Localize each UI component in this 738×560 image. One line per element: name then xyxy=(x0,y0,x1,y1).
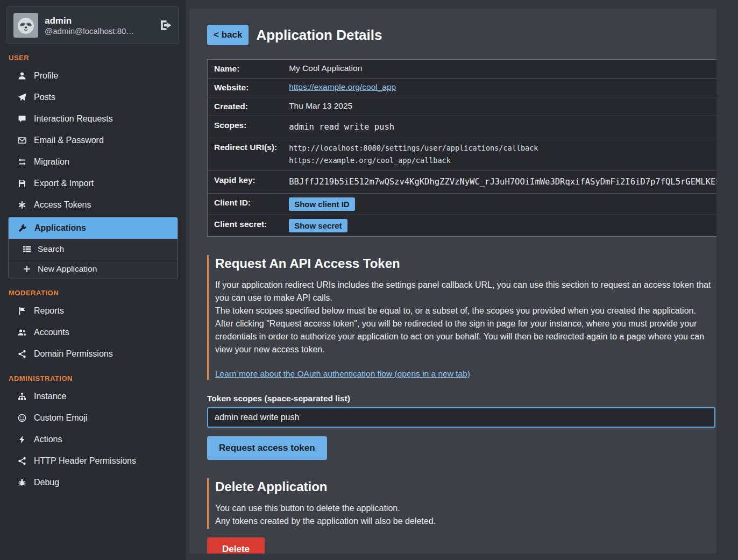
sidebar-item-applications-new[interactable]: New Application xyxy=(9,259,178,279)
detail-label: Redirect URI(s): xyxy=(208,138,284,171)
sidebar-item-label: Access Tokens xyxy=(34,200,91,210)
page-title: Application Details xyxy=(256,27,382,44)
smiley-icon xyxy=(18,414,26,422)
bug-icon xyxy=(18,478,26,487)
sidebar-item-custom-emoji[interactable]: Custom Emoji xyxy=(0,407,186,429)
users-icon xyxy=(18,328,26,337)
sidebar-item-label: Applications xyxy=(34,223,86,233)
sidebar-item-http-header-permissions[interactable]: HTTP Header Permissions xyxy=(0,450,186,472)
sidebar-item-debug[interactable]: Debug xyxy=(0,472,186,493)
share-nodes-icon xyxy=(18,350,26,358)
sidebar-item-accounts[interactable]: Accounts xyxy=(0,322,186,343)
page-header: < back Application Details xyxy=(207,25,715,45)
sidebar-item-migration[interactable]: Migration xyxy=(0,151,186,173)
sidebar-item-reports[interactable]: Reports xyxy=(0,300,186,322)
delete-section-para-1: You can use this button to delete the ap… xyxy=(215,502,715,515)
bolt-icon xyxy=(18,435,26,444)
detail-row-vapid-key: Vapid key: BBJffJ219b5iE512m7wQSzv4KgKDh… xyxy=(208,171,717,193)
paper-plane-icon xyxy=(18,93,26,102)
sidebar-item-label: Reports xyxy=(34,306,64,316)
detail-label: Scopes: xyxy=(208,116,284,138)
sidebar-item-email-password[interactable]: Email & Password xyxy=(0,130,186,151)
logout-icon[interactable] xyxy=(159,19,172,32)
sidebar-item-applications-search[interactable]: Search xyxy=(9,239,178,259)
token-scopes-label: Token scopes (space-separated list) xyxy=(207,394,715,403)
detail-row-client-secret: Client secret: Show secret xyxy=(208,215,717,236)
show-client-id-button[interactable]: Show client ID xyxy=(289,197,355,211)
sidebar-item-instance[interactable]: Instance xyxy=(0,386,186,407)
section-heading-user: USER xyxy=(9,54,177,62)
website-link[interactable]: https://example.org/cool_app xyxy=(289,82,396,91)
sidebar-item-label: HTTP Header Permissions xyxy=(34,456,136,466)
delete-section-para-2: Any tokens created by the application wi… xyxy=(215,515,715,528)
sidebar-item-domain-permissions[interactable]: Domain Permissions xyxy=(0,343,186,365)
delete-button[interactable]: Delete xyxy=(207,537,265,554)
sidebar-item-label: Actions xyxy=(34,435,62,444)
detail-row-website: Website: https://example.org/cool_app xyxy=(208,79,717,97)
detail-row-redirect-uris: Redirect URI(s): http://localhost:8080/s… xyxy=(208,138,717,171)
exchange-icon xyxy=(18,158,26,166)
sidebar-item-actions[interactable]: Actions xyxy=(0,429,186,450)
token-section-title: Request An API Access Token xyxy=(215,256,715,271)
detail-label: Client secret: xyxy=(208,215,284,236)
detail-label: Created: xyxy=(208,97,284,116)
user-handle: @admin@localhost:80… xyxy=(45,26,153,36)
token-section-para-3: After clicking "Request access token", y… xyxy=(215,317,715,356)
token-request-section: Request An API Access Token If your appl… xyxy=(207,255,715,380)
delete-section-title: Delete Application xyxy=(215,479,715,494)
detail-value: Show secret xyxy=(283,215,716,236)
user-card[interactable]: admin @admin@localhost:80… xyxy=(6,6,179,44)
floppy-icon xyxy=(18,179,26,188)
token-section-para-2: The token scopes specified below must be… xyxy=(215,304,715,317)
sidebar-item-interaction-requests[interactable]: Interaction Requests xyxy=(0,108,186,130)
user-meta: admin @admin@localhost:80… xyxy=(45,16,153,36)
detail-row-created: Created: Thu Mar 13 2025 xyxy=(208,97,717,116)
detail-row-client-id: Client ID: Show client ID xyxy=(208,193,717,215)
request-access-token-button[interactable]: Request access token xyxy=(207,436,327,460)
sidebar-item-label: Domain Permissions xyxy=(34,349,113,359)
plus-icon xyxy=(23,265,31,273)
flag-icon xyxy=(18,307,26,315)
detail-value: https://example.org/cool_app xyxy=(283,79,716,97)
oauth-docs-link[interactable]: Learn more about the OAuth authenticatio… xyxy=(215,369,470,379)
sidebar-item-label: Search xyxy=(38,244,64,254)
wrench-icon xyxy=(18,224,27,232)
main-panel: < back Application Details Name: My Cool… xyxy=(189,9,716,554)
section-heading-moderation: MODERATION xyxy=(9,289,177,297)
sidebar-item-profile[interactable]: Profile xyxy=(0,65,186,87)
sidebar-item-export-import[interactable]: Export & Import xyxy=(0,173,186,194)
sidebar-item-access-tokens[interactable]: Access Tokens xyxy=(0,194,186,216)
section-heading-administration: ADMINISTRATION xyxy=(9,374,177,382)
sidebar-item-posts[interactable]: Posts xyxy=(0,87,186,108)
application-details-table: Name: My Cool Application Website: https… xyxy=(207,59,716,237)
user-icon xyxy=(18,72,26,80)
show-secret-button[interactable]: Show secret xyxy=(289,219,347,232)
sidebar-item-label: Migration xyxy=(34,157,69,167)
sidebar-item-label: Posts xyxy=(34,93,55,102)
detail-value: BBJffJ219b5iE512m7wQSzv4KgKDhgZZVzNyWC_r… xyxy=(283,171,716,193)
sidebar-item-label: Profile xyxy=(34,71,58,81)
request-button-row: Request access token xyxy=(207,428,715,460)
token-scopes-input[interactable] xyxy=(207,407,715,428)
sidebar-item-label: Custom Emoji xyxy=(34,413,88,423)
list-icon xyxy=(23,245,31,253)
asterisk-icon xyxy=(18,201,26,209)
detail-label: Website: xyxy=(208,79,284,97)
detail-value: admin read write push xyxy=(283,116,716,138)
detail-row-scopes: Scopes: admin read write push xyxy=(208,116,717,138)
sidebar-item-label: Accounts xyxy=(34,328,69,337)
sidebar-item-applications[interactable]: Applications xyxy=(9,217,178,239)
avatar xyxy=(13,13,38,38)
username: admin xyxy=(45,16,153,26)
envelope-icon xyxy=(18,136,26,145)
detail-label: Name: xyxy=(208,60,284,79)
back-button[interactable]: < back xyxy=(207,25,249,45)
sidebar-item-label: Instance xyxy=(34,392,66,401)
app-root: admin @admin@localhost:80… USER Profile … xyxy=(0,0,738,560)
token-section-para-1: If your application redirect URIs includ… xyxy=(215,279,715,304)
redirect-uri-2: https://example.org/cool_app/callback xyxy=(289,154,716,167)
comment-icon xyxy=(18,115,26,123)
redirect-uri-1: http://localhost:8080/settings/user/appl… xyxy=(289,142,716,154)
sidebar-item-label: Debug xyxy=(34,478,59,487)
sidebar: admin @admin@localhost:80… USER Profile … xyxy=(0,0,186,560)
